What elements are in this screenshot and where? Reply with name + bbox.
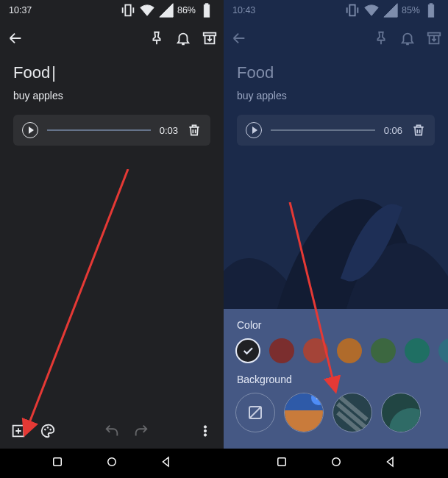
- svg-point-6: [204, 429, 206, 432]
- back-button[interactable]: [7, 30, 24, 46]
- audio-scrubber[interactable]: [47, 129, 151, 131]
- color-section-label: Color: [237, 319, 448, 331]
- color-swatch[interactable]: [303, 338, 328, 363]
- status-bar: 10:43 85%: [224, 0, 448, 21]
- app-bar: [224, 21, 448, 56]
- svg-line-14: [249, 407, 261, 418]
- android-nav-bar: [224, 449, 448, 478]
- svg-rect-12: [430, 4, 433, 5]
- background-section-label: Background: [237, 374, 448, 385]
- back-button[interactable]: [231, 30, 247, 46]
- svg-line-10: [25, 169, 128, 434]
- nav-recent-button[interactable]: [275, 455, 288, 471]
- delete-audio-button[interactable]: [187, 123, 202, 138]
- nav-home-button[interactable]: [330, 455, 343, 471]
- svg-rect-15: [277, 458, 285, 466]
- android-nav-bar: [0, 449, 224, 478]
- redo-button[interactable]: [133, 423, 149, 439]
- play-button[interactable]: [22, 122, 38, 138]
- delete-audio-button[interactable]: [411, 123, 426, 138]
- battery-text: 86%: [177, 5, 196, 15]
- color-swatch[interactable]: [405, 338, 430, 363]
- nav-back-button[interactable]: [160, 455, 173, 471]
- bottom-toolbar: [0, 413, 224, 449]
- app-bar: [0, 21, 224, 56]
- svg-point-3: [47, 427, 49, 429]
- audio-duration: 0:06: [384, 125, 402, 136]
- audio-duration: 0:03: [160, 125, 178, 136]
- color-swatch[interactable]: [337, 338, 362, 363]
- status-system-icons: 86%: [120, 2, 215, 18]
- color-swatch[interactable]: [438, 338, 448, 363]
- reminder-button[interactable]: [399, 30, 416, 46]
- archive-button[interactable]: [426, 30, 442, 46]
- svg-rect-1: [205, 4, 208, 5]
- audio-scrubber[interactable]: [271, 129, 375, 131]
- status-time: 10:37: [9, 5, 32, 15]
- background-options: [235, 393, 448, 432]
- background-option-leaves[interactable]: [381, 393, 421, 432]
- palette-button[interactable]: [40, 423, 56, 439]
- note-content-input[interactable]: buy apples: [237, 90, 435, 101]
- play-button[interactable]: [246, 122, 262, 138]
- svg-point-5: [204, 426, 206, 428]
- color-swatch[interactable]: [371, 338, 396, 363]
- vibrate-icon: [344, 2, 360, 18]
- note-title-input[interactable]: Food: [13, 63, 210, 85]
- add-button[interactable]: [10, 423, 26, 439]
- style-sheet: Color Background: [224, 309, 448, 449]
- svg-point-2: [44, 429, 46, 430]
- svg-point-7: [204, 434, 206, 436]
- reminder-button[interactable]: [175, 30, 191, 46]
- color-swatches: [235, 338, 448, 363]
- screen-background-picker: 10:43 85%: [224, 0, 448, 478]
- background-option-feathers[interactable]: [333, 393, 372, 432]
- signal-icon: [158, 2, 174, 18]
- svg-point-9: [108, 458, 116, 466]
- battery-icon: [199, 2, 215, 18]
- nav-back-button[interactable]: [384, 455, 397, 471]
- background-option-nature[interactable]: [284, 393, 324, 432]
- nav-recent-button[interactable]: [51, 455, 64, 471]
- wifi-icon: [363, 2, 380, 18]
- note-content-input[interactable]: buy apples: [13, 90, 210, 101]
- status-time: 10:43: [232, 5, 255, 15]
- battery-text: 85%: [402, 5, 420, 15]
- svg-point-4: [50, 429, 51, 430]
- svg-rect-8: [54, 458, 62, 466]
- color-swatch[interactable]: [269, 338, 294, 363]
- background-none[interactable]: [235, 393, 275, 432]
- battery-icon: [423, 2, 439, 18]
- vibrate-icon: [120, 2, 136, 18]
- archive-button[interactable]: [202, 30, 218, 46]
- more-button[interactable]: [197, 423, 213, 439]
- pin-button[interactable]: [373, 30, 389, 46]
- svg-point-16: [332, 458, 340, 466]
- audio-attachment: 0:06: [237, 115, 435, 146]
- annotation-arrow: [18, 169, 143, 441]
- undo-button[interactable]: [104, 423, 120, 439]
- svg-rect-11: [428, 5, 433, 18]
- color-swatch[interactable]: [235, 338, 260, 363]
- status-bar: 10:37 86%: [0, 0, 224, 21]
- audio-attachment: 0:03: [13, 115, 210, 146]
- signal-icon: [383, 2, 399, 18]
- pin-button[interactable]: [149, 30, 165, 46]
- nav-home-button[interactable]: [105, 455, 118, 471]
- screen-edit-note: 10:37 86%: [0, 0, 224, 478]
- status-system-icons: 85%: [344, 2, 439, 18]
- wifi-icon: [139, 2, 155, 18]
- svg-rect-0: [204, 5, 209, 18]
- note-title-input[interactable]: Food: [237, 63, 435, 85]
